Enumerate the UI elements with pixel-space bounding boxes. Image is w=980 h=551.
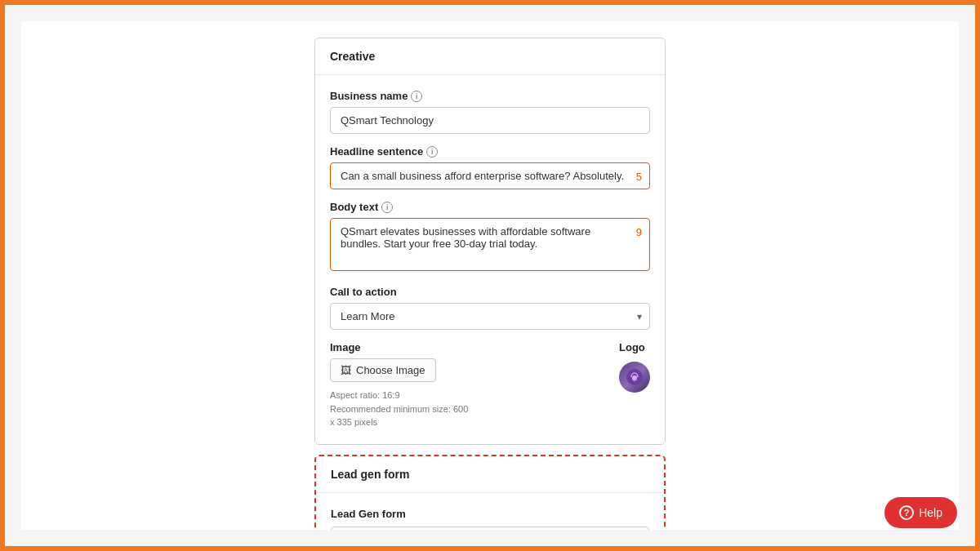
image-logo-row: Image 🖼 Choose Image Aspect ratio: 16:9 … <box>330 341 650 429</box>
body-text-label: Body text i <box>330 201 650 213</box>
image-section: Image 🖼 Choose Image Aspect ratio: 16:9 … <box>330 341 595 429</box>
page-wrapper: Creative Business name i Headline senten… <box>21 21 959 530</box>
cta-group: Call to action Learn More Sign Up Get St… <box>330 286 650 330</box>
body-text-input[interactable]: QSmart elevates businesses with affordab… <box>330 218 650 271</box>
choose-image-button[interactable]: 🖼 Choose Image <box>330 358 436 382</box>
cta-select-wrapper: Learn More Sign Up Get Started Download … <box>330 303 650 330</box>
business-name-input[interactable] <box>330 107 650 134</box>
center-column: Creative Business name i Headline senten… <box>314 38 666 530</box>
business-name-label: Business name i <box>330 90 650 102</box>
logo-svg <box>625 367 644 387</box>
lead-gen-select[interactable]: Choose a lead gen form <box>331 527 649 531</box>
image-label: Image <box>330 341 595 353</box>
headline-label: Headline sentence i <box>330 145 650 158</box>
image-file-icon: 🖼 <box>341 364 351 376</box>
creative-card-body: Business name i Headline sentence i 5 <box>315 75 665 444</box>
svg-point-1 <box>632 375 637 380</box>
creative-card-header: Creative <box>315 38 665 75</box>
business-name-group: Business name i <box>330 90 650 134</box>
lead-gen-select-wrapper: Choose a lead gen form ▾ <box>331 527 649 531</box>
body-char-count: 9 <box>636 226 642 238</box>
lead-gen-body: Lead Gen form Choose a lead gen form ▾ <box>316 493 664 531</box>
headline-group: Headline sentence i 5 <box>330 145 650 189</box>
lead-gen-field-label: Lead Gen form <box>331 508 649 520</box>
headline-input[interactable] <box>330 162 650 189</box>
logo-section: Logo <box>619 341 650 393</box>
cta-select[interactable]: Learn More Sign Up Get Started Download … <box>330 303 650 330</box>
help-circle-icon: ? <box>899 505 914 520</box>
logo-label: Logo <box>619 341 645 353</box>
headline-char-count: 5 <box>636 170 642 182</box>
body-wrapper: QSmart elevates businesses with affordab… <box>330 218 650 274</box>
cta-label: Call to action <box>330 286 650 298</box>
lead-gen-header: Lead gen form <box>316 456 664 493</box>
logo-thumbnail <box>619 362 650 393</box>
creative-card: Creative Business name i Headline senten… <box>314 38 666 445</box>
headline-wrapper: 5 <box>330 162 650 189</box>
body-text-info-icon[interactable]: i <box>381 202 393 213</box>
image-hint: Aspect ratio: 16:9 Recommended minimum s… <box>330 389 595 429</box>
headline-info-icon[interactable]: i <box>426 146 438 158</box>
lead-gen-card: Lead gen form Lead Gen form Choose a lea… <box>314 455 666 531</box>
help-button[interactable]: ? Help <box>884 497 957 528</box>
business-name-info-icon[interactable]: i <box>411 91 422 102</box>
body-text-group: Body text i QSmart elevates businesses w… <box>330 201 650 274</box>
